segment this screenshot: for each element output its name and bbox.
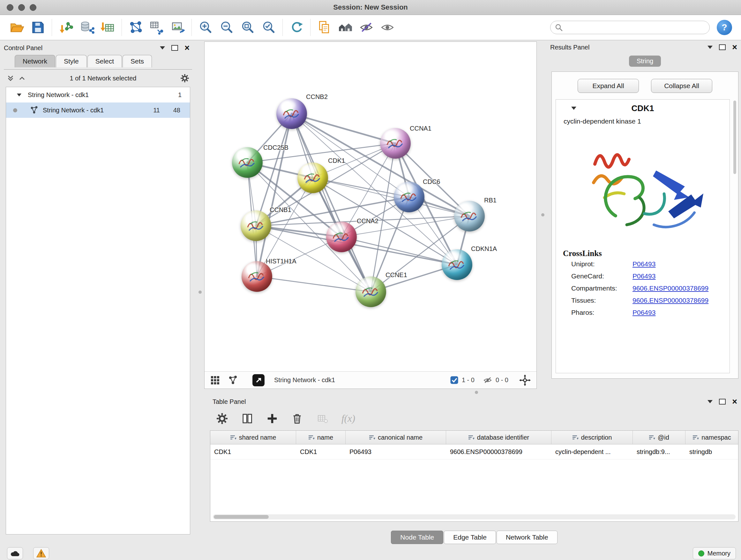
import-network-database-button[interactable] bbox=[76, 17, 97, 38]
selected-items-checkbox-icon[interactable] bbox=[450, 376, 459, 384]
network-canvas[interactable]: CCNB2CCNA1CDC25BCDK1CDC6RB1CCNB1CCNA2CDK… bbox=[205, 42, 536, 371]
tab-edge-table[interactable]: Edge Table bbox=[444, 531, 496, 544]
refresh-button[interactable] bbox=[286, 17, 307, 38]
genecard-link[interactable]: P06493 bbox=[632, 272, 656, 280]
column-header-namespace[interactable]: namespac bbox=[685, 431, 738, 444]
cell-name[interactable]: CDK1 bbox=[296, 444, 346, 459]
network-overview-icon[interactable] bbox=[228, 375, 238, 385]
network-node-RB1[interactable] bbox=[454, 201, 485, 232]
cell-canonical-name[interactable]: P06493 bbox=[346, 444, 446, 459]
network-node-HIST1H1A[interactable] bbox=[242, 261, 272, 292]
import-network-file-button[interactable] bbox=[55, 17, 76, 38]
float-panel-icon[interactable] bbox=[719, 44, 726, 50]
network-node-CCNA1[interactable] bbox=[380, 128, 411, 159]
float-panel-icon[interactable] bbox=[719, 399, 726, 405]
hidden-items-eye-slash-icon[interactable] bbox=[483, 375, 492, 385]
network-collection-row[interactable]: String Network - cdk1 1 bbox=[6, 87, 190, 103]
zoom-in-button[interactable] bbox=[195, 17, 216, 38]
results-scrollbar[interactable] bbox=[733, 101, 736, 174]
panel-menu-icon[interactable] bbox=[708, 46, 713, 49]
zoom-out-button[interactable] bbox=[216, 17, 237, 38]
grid-view-icon[interactable] bbox=[210, 375, 220, 385]
collapse-all-rows-icon[interactable] bbox=[18, 74, 26, 82]
table-settings-gear-icon[interactable] bbox=[216, 412, 228, 425]
show-columns-icon[interactable] bbox=[241, 413, 253, 425]
horizontal-splitter-handle[interactable] bbox=[475, 391, 478, 394]
tab-sets[interactable]: Sets bbox=[123, 55, 152, 67]
collapse-all-button[interactable]: Collapse All bbox=[651, 79, 712, 93]
compartments-link[interactable]: 9606.ENSP00000378699 bbox=[632, 285, 709, 292]
add-column-icon[interactable] bbox=[266, 413, 278, 425]
float-panel-icon[interactable] bbox=[172, 45, 178, 51]
cloud-status-button[interactable] bbox=[7, 547, 23, 559]
vertical-splitter-handle[interactable] bbox=[199, 291, 202, 294]
collapse-gene-icon[interactable] bbox=[571, 107, 576, 110]
table-row[interactable]: CDK1 CDK1 P06493 9606.ENSP00000378699 cy… bbox=[210, 444, 738, 459]
tab-network[interactable]: Network bbox=[15, 55, 55, 67]
cell-namespace[interactable]: stringdb bbox=[685, 444, 738, 459]
crosslink-row: Pharos: P06493 bbox=[563, 307, 730, 319]
network-node-CCNE1[interactable] bbox=[355, 276, 386, 307]
detach-view-button[interactable] bbox=[253, 374, 265, 386]
network-node-CDC6[interactable] bbox=[394, 182, 424, 212]
tab-style[interactable]: Style bbox=[56, 55, 87, 67]
horizontal-scrollbar[interactable] bbox=[213, 514, 736, 519]
network-node-CDK1[interactable] bbox=[297, 163, 328, 193]
string-results-tab[interactable]: String bbox=[550, 56, 740, 67]
network-node-CCNB1[interactable] bbox=[241, 210, 271, 241]
search-input[interactable] bbox=[550, 21, 710, 34]
network-from-table-button[interactable] bbox=[146, 17, 167, 38]
show-graphics-button[interactable] bbox=[377, 17, 398, 38]
close-panel-icon[interactable]: × bbox=[732, 44, 737, 51]
expand-all-rows-icon[interactable] bbox=[6, 74, 15, 82]
network-node-CCNA2[interactable] bbox=[326, 222, 357, 252]
new-network-button[interactable] bbox=[125, 17, 146, 38]
home-views-button[interactable] bbox=[335, 17, 356, 38]
control-panel-header: Control Panel × bbox=[4, 42, 192, 54]
cell-shared-name[interactable]: CDK1 bbox=[210, 444, 296, 459]
network-node-CDC25B[interactable] bbox=[232, 147, 263, 178]
tab-select[interactable]: Select bbox=[87, 55, 122, 67]
column-header-shared-name[interactable]: shared name bbox=[210, 431, 296, 444]
network-row-selected[interactable]: String Network - cdk1 11 48 bbox=[6, 103, 190, 118]
network-node-CCNB2[interactable] bbox=[276, 98, 307, 129]
zoom-fit-button[interactable] bbox=[237, 17, 258, 38]
delete-column-icon[interactable] bbox=[291, 413, 303, 425]
expand-all-button[interactable]: Expand All bbox=[578, 79, 639, 93]
open-session-button[interactable] bbox=[6, 17, 27, 38]
tissues-link[interactable]: 9606.ENSP00000378699 bbox=[632, 297, 709, 304]
document-button[interactable] bbox=[314, 17, 335, 38]
column-header-id[interactable]: @id bbox=[633, 431, 685, 444]
cell-description[interactable]: cyclin-dependent ... bbox=[551, 444, 633, 459]
import-table-button[interactable] bbox=[97, 17, 118, 38]
pharos-link[interactable]: P06493 bbox=[632, 309, 656, 316]
export-image-button[interactable] bbox=[167, 17, 188, 38]
column-header-database-identifier[interactable]: database identifier bbox=[446, 431, 551, 444]
column-header-name[interactable]: name bbox=[296, 431, 346, 444]
column-header-canonical-name[interactable]: canonical name bbox=[346, 431, 446, 444]
gene-card-header[interactable]: CDK1 bbox=[556, 100, 730, 117]
column-header-description[interactable]: description bbox=[551, 431, 633, 444]
network-node-CDKN1A[interactable] bbox=[442, 249, 472, 280]
zoom-fit-icon bbox=[240, 20, 255, 35]
scrollbar-thumb[interactable] bbox=[214, 515, 269, 519]
uniprot-link[interactable]: P06493 bbox=[632, 260, 656, 268]
hide-graphics-button[interactable] bbox=[356, 17, 377, 38]
save-session-button[interactable] bbox=[27, 17, 49, 38]
close-panel-icon[interactable]: × bbox=[732, 398, 737, 405]
cell-id[interactable]: stringdb:9... bbox=[633, 444, 685, 459]
gear-icon[interactable] bbox=[180, 73, 190, 83]
tab-node-table[interactable]: Node Table bbox=[391, 531, 443, 544]
pan-crosshair-icon[interactable] bbox=[519, 374, 531, 386]
panel-menu-icon[interactable] bbox=[708, 400, 713, 403]
cell-database-identifier[interactable]: 9606.ENSP00000378699 bbox=[446, 444, 551, 459]
vertical-splitter-handle[interactable] bbox=[541, 213, 544, 216]
help-button[interactable]: ? bbox=[717, 20, 732, 35]
tree-expander-icon[interactable] bbox=[17, 94, 21, 97]
warnings-button[interactable] bbox=[33, 547, 49, 559]
close-panel-icon[interactable]: × bbox=[185, 45, 190, 51]
panel-menu-icon[interactable] bbox=[160, 46, 165, 50]
tab-network-table[interactable]: Network Table bbox=[496, 531, 557, 544]
memory-button[interactable]: Memory bbox=[693, 547, 736, 559]
zoom-selected-button[interactable] bbox=[258, 17, 279, 38]
